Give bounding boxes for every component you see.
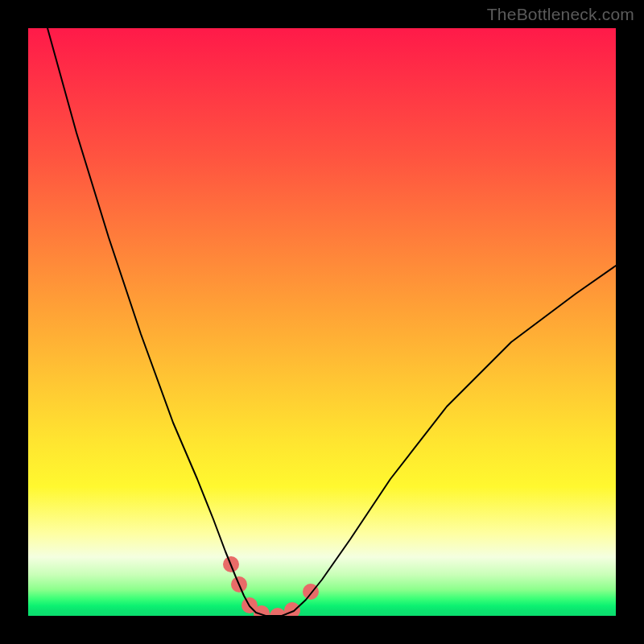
- curve-svg: [28, 28, 616, 616]
- curve-highlight-dots: [223, 556, 319, 616]
- plot-gradient-area: [28, 28, 616, 616]
- outer-frame: TheBottleneck.com: [0, 0, 644, 644]
- bottleneck-curve: [47, 28, 616, 616]
- watermark-text: TheBottleneck.com: [487, 5, 634, 24]
